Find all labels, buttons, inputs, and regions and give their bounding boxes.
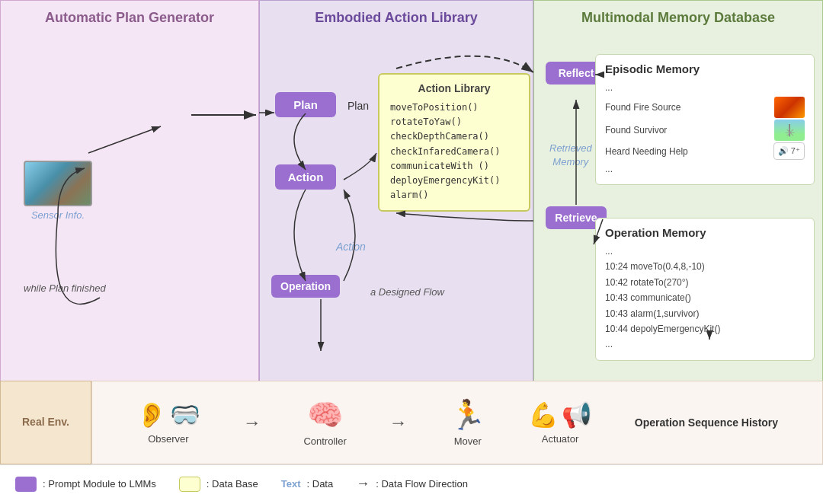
real-env-area: Real Env.	[0, 381, 91, 464]
legend-text-data: Text : Data	[281, 478, 333, 490]
operation-box: Operation	[271, 275, 340, 298]
controller-label: Controller	[303, 435, 346, 447]
operation-memory-content: ... 10:24 moveTo(0.4,8,-10) 10:42 rotate…	[605, 244, 805, 352]
plan-box: Plan	[275, 92, 336, 117]
legend-text-label: Text	[281, 478, 301, 490]
legend-arrow-icon: →	[356, 476, 370, 492]
windmill-image: ✳	[774, 120, 805, 141]
action-italic-label: Action	[336, 241, 366, 253]
legend-row: : Prompt Module to LMMs : Data Base Text…	[0, 464, 823, 502]
goggles-icon: 🥽	[170, 400, 200, 429]
megaphone-icon: 📢	[562, 400, 592, 429]
svg-line-3	[88, 126, 161, 153]
observer-agent: 👂 🥽 Observer	[136, 400, 200, 445]
legend-database-label: : Data Base	[207, 478, 258, 490]
panel-right: Multimodal Memory Database Reflect Retri…	[533, 0, 823, 381]
agent-area: 👂 🥽 Observer → 🧠 Controller → 🏃 Mover	[91, 381, 823, 464]
plan-italic-label: Plan	[347, 100, 369, 112]
ear-icon: 👂	[136, 400, 167, 429]
legend-database: : Data Base	[179, 477, 258, 492]
retrieved-memory-text: RetrievedMemory	[549, 142, 592, 169]
action-library-title: Action Library	[390, 82, 518, 94]
left-panel-title: Automatic Plan Generator	[1, 1, 258, 35]
actuator-label: Actuator	[542, 433, 578, 445]
legend-data-label: : Data	[307, 478, 334, 490]
action-box: Action	[275, 164, 336, 190]
arrow-2: →	[389, 412, 408, 433]
panel-left: Automatic Plan Generator Sensor Info. wh…	[0, 0, 259, 381]
panels-row: Automatic Plan Generator Sensor Info. wh…	[0, 0, 823, 381]
main-container: Automatic Plan Generator Sensor Info. wh…	[0, 0, 823, 504]
action-library: Action Library moveToPosition() rotateTo…	[378, 73, 530, 212]
mover-agent: 🏃 Mover	[450, 398, 485, 447]
legend-yellow-box	[179, 477, 200, 492]
actuator-agent: 💪 📢 Actuator	[528, 400, 592, 445]
episodic-memory-content: ... Found Fire Source Found Survivor ✳ H…	[605, 80, 805, 177]
bottom-row: Real Env. 👂 🥽 Observer → 🧠 Controller →	[0, 381, 823, 464]
operation-memory-box: Operation Memory ... 10:24 moveTo(0.4,8,…	[595, 218, 815, 361]
episodic-memory-box: Episodic Memory ... Found Fire Source Fo…	[595, 54, 815, 185]
mover-label: Mover	[454, 435, 482, 447]
sensor-info: Sensor Info.	[24, 161, 92, 221]
action-library-code: moveToPosition() rotateToYaw() checkDept…	[390, 100, 518, 203]
controller-agent: 🧠 Controller	[303, 398, 346, 447]
sensor-image	[24, 161, 92, 206]
arm-icon: 💪	[528, 400, 559, 429]
legend-purple-box	[15, 477, 37, 492]
panel-mid: Embodied Action Library Plan Plan Action…	[259, 0, 533, 381]
legend-prompt-label: : Prompt Module to LMMs	[43, 478, 156, 490]
right-panel-title: Multimodal Memory Database	[534, 1, 822, 35]
episodic-memory-title: Episodic Memory	[605, 62, 805, 75]
brain-icon: 🧠	[307, 398, 343, 432]
observer-label: Observer	[148, 433, 188, 445]
real-env-label: Real Env.	[22, 415, 69, 430]
arrow-1: →	[243, 412, 261, 433]
audio-badge: 🔊 7⁺	[773, 142, 805, 160]
legend-arrow-label: : Data Flow Direction	[376, 478, 468, 490]
while-plan-text: while Plan finished	[24, 282, 106, 294]
operation-seq-label: Operation Sequence History	[635, 416, 778, 429]
fire-image	[774, 97, 805, 118]
runner-icon: 🏃	[450, 398, 485, 432]
mid-panel-title: Embodied Action Library	[260, 1, 533, 35]
sensor-label: Sensor Info.	[24, 209, 92, 221]
legend-arrow: → : Data Flow Direction	[356, 476, 468, 492]
designed-flow-text: a Designed Flow	[370, 286, 444, 298]
operation-memory-title: Operation Memory	[605, 226, 805, 239]
legend-prompt: : Prompt Module to LMMs	[15, 477, 156, 492]
